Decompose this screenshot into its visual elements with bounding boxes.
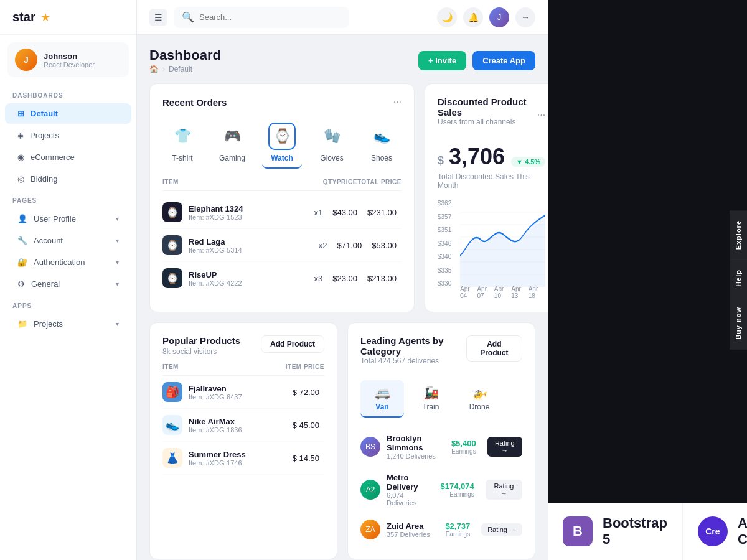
tab-gloves[interactable]: 🧤 Gloves [312,118,352,169]
sidebar-item-ecommerce[interactable]: ◉ eCommerce [5,147,131,167]
discount-number: 3,706 [449,144,505,170]
product-row: 🎒 Fjallraven Item: #XDG-6437 $ 72.00 [162,376,324,409]
qty-cell: x1 [314,208,328,217]
discount-value-row: $ 3,706 ▼ 4.5% [438,144,545,170]
products-table-header: ITEM ITEM PRICE [162,363,324,376]
category-tab-drone[interactable]: 🚁 Drone [458,380,501,418]
tshirt-icon: 👕 [169,123,196,150]
chart-y-labels: $362 $357 $351 $346 $340 $335 $330 [438,200,451,287]
notifications-button[interactable]: 🔔 [463,7,483,27]
popular-title-area: Popular Products 8k social visitors [162,335,240,356]
tab-shoes-label: Shoes [371,154,392,162]
product-icon: 👟 [162,415,182,435]
recent-orders-card: Recent Orders ··· 👕 T-shirt 🎮 Gaming ⌚ [149,83,415,312]
popular-products-header: Popular Products 8k social visitors Add … [162,335,324,356]
sidebar-item-label: User Profile [34,214,76,223]
product-icon: 👗 [162,448,182,468]
total-cell: $53.00 [372,241,402,250]
table-row: ⌚ RiseUP Item: #XDG-4222 x3 $23.00 $213.… [162,262,402,294]
qty-cell: x2 [319,241,332,250]
sidebar-item-projects[interactable]: ◈ Projects [5,125,131,146]
profile-info: Johnson React Developer [44,52,95,68]
topbar-menu-button[interactable]: → [515,7,535,27]
create-app-button[interactable]: Create App [472,51,535,70]
card-menu-icon[interactable]: ··· [537,110,545,121]
side-actions: Explore Help Buy now [730,210,747,350]
chevron-down-icon: ▾ [116,259,119,266]
theme-toggle-button[interactable]: 🌙 [437,7,457,27]
collapse-sidebar-button[interactable]: ☰ [149,9,167,26]
sidebar-item-projects-app[interactable]: 📁 Projects ▾ [5,314,131,334]
agent-earnings: $2,737 [445,521,470,531]
tab-tshirt[interactable]: 👕 T-shirt [162,118,202,169]
search-input[interactable] [199,12,341,22]
add-product-agents-button[interactable]: Add Product [466,335,522,362]
bottom-grid: Popular Products 8k social visitors Add … [149,322,535,559]
category-tab-van[interactable]: 🚐 Van [360,380,404,418]
sidebar-item-user-profile[interactable]: 👤 User Profile ▾ [5,208,131,229]
agent-deliveries: 6,074 Deliveries [387,492,435,506]
tab-gaming[interactable]: 🎮 Gaming [212,118,252,169]
gaming-icon: 🎮 [218,123,246,150]
train-label: Train [423,403,439,411]
discount-subtitle: Users from all channels [438,118,537,126]
topbar: ☰ 🔍 🌙 🔔 J → [137,0,548,35]
tab-shoes[interactable]: 👟 Shoes [362,118,402,169]
arrow-down-icon: ▼ [516,158,523,166]
tab-watch[interactable]: ⌚ Watch [262,118,302,169]
card-menu-icon[interactable]: ··· [393,96,402,108]
agent-earnings-label: Earnings [451,448,476,455]
x-label: Apr 18 [529,286,545,299]
tab-watch-label: Watch [271,154,293,162]
item-info: ⌚ Red Laga Item: #XDG-5314 [162,235,314,255]
aspnet-icon: Cre [698,516,728,546]
main-area: ☰ 🔍 🌙 🔔 J → Dashboard 🏠 › Default [137,0,548,560]
breadcrumb: 🏠 › Default [149,65,221,73]
sidebar-item-general[interactable]: ⚙ General ▾ [5,274,131,294]
buy-now-button[interactable]: Buy now [730,297,747,350]
agent-rating-button[interactable]: Rating → [487,437,522,457]
sidebar-item-default[interactable]: ⊞ Default [5,103,131,124]
badge-value: 4.5% [525,158,540,166]
explore-button[interactable]: Explore [730,210,747,259]
drone-label: Drone [469,403,490,411]
sidebar-profile[interactable]: J Johnson React Developer [7,42,129,77]
search-bar[interactable]: 🔍 [174,7,349,28]
page-header: Dashboard 🏠 › Default + Invite Create Ap… [149,47,535,73]
help-button[interactable]: Help [730,259,747,297]
price-cell: $71.00 [337,241,367,250]
x-label: Apr 04 [460,286,477,299]
sidebar-item-account[interactable]: 🔧 Account ▾ [5,230,131,251]
home-icon: 🏠 [149,65,159,73]
product-icon: ⌚ [162,202,182,222]
topbar-avatar[interactable]: J [489,7,509,27]
orders-table-header: ITEM QTY PRICE TOTAL PRICE [162,179,402,191]
chevron-down-icon: ▾ [116,281,119,287]
price-cell: $43.00 [332,208,362,217]
search-icon: 🔍 [182,11,194,23]
breadcrumb-separator: › [162,65,165,73]
shoes-icon: 👟 [368,123,395,150]
agent-rating-button[interactable]: Rating → [486,480,522,500]
category-tab-train[interactable]: 🚂 Train [409,380,453,418]
add-product-button[interactable]: Add Product [261,335,324,353]
x-label: Apr 10 [494,286,511,299]
sidebar-item-bidding[interactable]: ◎ Bidding [5,169,131,189]
aspnet-promo-card: Cre ASP.NET Core 7 [682,503,747,560]
product-name: Elephant 1324 [189,204,243,213]
product-id: Item: #XDG-1523 [189,213,243,221]
profile-role: React Developer [44,61,95,68]
sidebar-item-authentication[interactable]: 🔐 Authentication ▾ [5,252,131,273]
avatar: J [15,49,37,71]
section-dashboards-label: DASHBOARDS [0,85,136,103]
total-cell: $213.00 [367,274,402,283]
agent-row: A2 Metro Delivery 6,074 Deliveries $174,… [360,467,522,513]
product-details: Red Laga Item: #XDG-5314 [189,237,242,254]
agent-rating-button[interactable]: Rating → [481,523,522,536]
agent-name: Zuid Area [387,521,430,531]
invite-button[interactable]: + Invite [418,51,466,70]
profile-name: Johnson [44,52,95,61]
chevron-down-icon: ▾ [116,215,119,222]
y-label: $335 [438,267,451,274]
product-name: Fjallraven [189,384,242,393]
